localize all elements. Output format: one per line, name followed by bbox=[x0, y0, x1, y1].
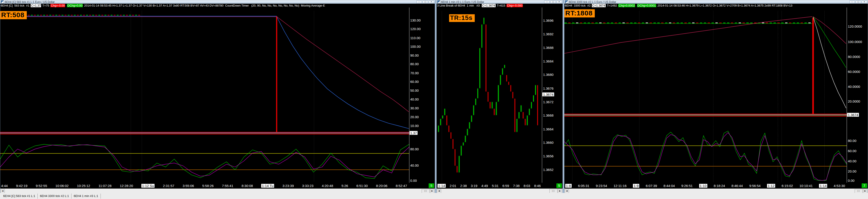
time-label: 4:53:30 bbox=[834, 184, 845, 188]
time-label: 4:20:48 bbox=[322, 184, 333, 188]
chart-scrollbar[interactable]: ◀ ||| ▶ bbox=[437, 189, 563, 193]
time-label: 8:18:24 bbox=[714, 184, 725, 188]
time-label: 3:33:23 bbox=[302, 184, 313, 188]
chart-area: 120.0000100.000080.000060.000040.000020.… bbox=[564, 7, 868, 183]
price-scale[interactable]: 1.36961.36921.36881.36841.36801.36761.36… bbox=[542, 7, 563, 183]
window-controls: — ▢ ✕ bbox=[544, 0, 562, 4]
time-label: 3:23:39 bbox=[282, 184, 294, 188]
time-label: 10:06:02 bbox=[55, 184, 68, 188]
time-label: 8:20:06 bbox=[376, 184, 388, 188]
price-scale-label: 1.3656 bbox=[543, 154, 554, 158]
data-field bbox=[635, 4, 637, 7]
mdi-tab-strip: 6EH4 [C] 583 tick #1 L:1 6EH4 3300 tick … bbox=[0, 193, 868, 199]
bars-remaining-box: 7 bbox=[862, 184, 867, 188]
chart-scrollbar[interactable]: ◀ ||| ▶ bbox=[564, 189, 868, 193]
price-chart-canvas[interactable] bbox=[0, 7, 409, 183]
price-scale-label: 1.3660 bbox=[543, 141, 554, 144]
data-field-boxed: DChg=0.0001 bbox=[637, 4, 656, 7]
price-scale-label: 100.0000 bbox=[848, 40, 862, 43]
data-field-boxed: C=1.37 bbox=[31, 4, 41, 7]
time-label: 10:25:12 bbox=[77, 184, 90, 188]
time-label: 8:52:47 bbox=[396, 184, 407, 188]
time-label: 5:58:26 bbox=[202, 184, 214, 188]
time-label: 6:05:31 bbox=[578, 184, 589, 188]
indicator-scale-label: 20.00 bbox=[848, 169, 857, 173]
price-scale[interactable]: 130.00120.00110.00100.0090.0080.0070.006… bbox=[409, 7, 435, 183]
price-chart-canvas[interactable] bbox=[437, 7, 542, 183]
window-titlebar[interactable]: 6EH4 1 min #3 L:1 Euro / US Dollar — ▢ ✕ bbox=[437, 0, 563, 4]
scroll-left-arrow[interactable]: ◀ bbox=[437, 189, 441, 193]
scroll-right-arrow[interactable]: ▶ bbox=[430, 189, 434, 193]
time-label: 9:52:55 bbox=[36, 184, 47, 188]
scroll-handle[interactable]: ||| bbox=[855, 189, 863, 193]
window-titlebar[interactable]: 6EH4 3300 tick #2 L:1 Euro / US Dollar —… bbox=[564, 0, 868, 4]
chart-window-583-tick: 6EH4 [C] 583 tick #1 L:1 Euro / US Dolla… bbox=[0, 0, 435, 193]
price-scale-label: 20.0000 bbox=[848, 99, 860, 103]
session-date-label: 1-14 bbox=[819, 184, 827, 188]
time-remaining-badge: TR:15s bbox=[449, 14, 475, 22]
minimize-button[interactable]: — bbox=[544, 0, 550, 4]
data-field-boxed: Chg=-0.00 bbox=[51, 4, 65, 7]
time-label: 6:51:30 bbox=[356, 184, 368, 188]
current-price-box: 1.3674 bbox=[542, 92, 554, 96]
price-scale-label: 100.00 bbox=[410, 45, 421, 48]
price-scale-label: 60.00 bbox=[410, 80, 419, 84]
time-label: 8:46 bbox=[534, 184, 541, 188]
price-scale[interactable]: 120.0000100.000080.000060.000040.000020.… bbox=[847, 7, 868, 183]
time-axis[interactable]: 1-86:05:319:23:5412:11:161-96:07:398:44:… bbox=[564, 183, 868, 189]
time-label: 6:15:02 bbox=[781, 184, 793, 188]
price-scale-label: 80.00 bbox=[410, 62, 419, 66]
price-scale-label: 1.3652 bbox=[543, 168, 554, 172]
session-date-label: 1-14 Tu bbox=[261, 184, 274, 188]
data-field-boxed: DChg=0.00 bbox=[67, 4, 83, 7]
scroll-right-arrow[interactable]: ▶ bbox=[558, 189, 562, 193]
time-label: 4:49 bbox=[481, 184, 488, 188]
indicator-scale-label: 40.00 bbox=[848, 159, 857, 163]
indicator-scale-label: 0.00 bbox=[410, 178, 417, 183]
data-field: T=1492 bbox=[606, 4, 618, 7]
minimize-button[interactable]: — bbox=[416, 0, 422, 4]
price-chart-canvas[interactable] bbox=[564, 7, 847, 183]
session-date-label: 1-10 bbox=[699, 184, 707, 188]
price-scale-label: 20.00 bbox=[410, 115, 419, 119]
minimize-button[interactable]: — bbox=[849, 0, 855, 4]
session-date-label: 1-12 Su bbox=[142, 184, 155, 188]
scroll-left-arrow[interactable]: ◀ bbox=[0, 189, 5, 193]
close-button[interactable]: ✕ bbox=[429, 0, 434, 4]
chart-scrollbar[interactable]: ◀ ||| ▶ bbox=[0, 189, 435, 193]
close-button[interactable]: ✕ bbox=[556, 0, 562, 4]
restore-button[interactable]: ▢ bbox=[856, 0, 861, 4]
chart-window-icon bbox=[565, 0, 568, 3]
time-axis[interactable]: 4:449:42:199:52:5510:06:0210:25:1211:07:… bbox=[0, 183, 435, 189]
window-controls: — ▢ ✕ bbox=[416, 0, 434, 4]
tab-583-tick-chart[interactable]: 6EH4 [C] 583 tick #1 L:1 bbox=[1, 194, 38, 199]
time-label: 7:55:41 bbox=[222, 184, 233, 188]
data-field: 2014-01-14 08:53:45 H=1.37 L=1.37 O=1.37… bbox=[83, 4, 326, 7]
data-field: T=615 bbox=[496, 4, 506, 7]
window-tabs: 6EH4 [C] 583 tick #1 L:1 6EH4 3300 tick … bbox=[1, 194, 101, 199]
tab-1min-chart[interactable]: 6EH4 1 min #3 L:1 bbox=[71, 194, 101, 199]
tab-3300-tick-chart[interactable]: 6EH4 3300 tick #2 L:1 bbox=[38, 194, 71, 199]
price-scale-label: 50.00 bbox=[410, 88, 419, 92]
price-scale-label: 40.00 bbox=[410, 97, 419, 101]
window-titlebar[interactable]: 6EH4 [C] 583 tick #1 L:1 Euro / US Dolla… bbox=[0, 0, 435, 4]
time-axis[interactable]: 1-142:012:383:194:495:316:597:388:038:46… bbox=[437, 183, 563, 189]
window-title: 6EH4 3300 tick #2 L:1 Euro / US Dollar bbox=[569, 0, 616, 4]
indicator-scale-label: 40.00 bbox=[410, 163, 419, 167]
time-label: 3:19 bbox=[471, 184, 477, 188]
price-scale-label: 1.3676 bbox=[543, 86, 554, 90]
restore-button[interactable]: ▢ bbox=[423, 0, 428, 4]
scroll-handle[interactable]: ||| bbox=[422, 189, 430, 193]
time-label: 3:55:06 bbox=[183, 184, 194, 188]
restore-button[interactable]: ▢ bbox=[550, 0, 556, 4]
time-label: 12:28:20 bbox=[120, 184, 133, 188]
scroll-left-arrow[interactable]: ◀ bbox=[565, 189, 569, 193]
data-field: 6EH4 [C] 583 tick #1 bbox=[0, 4, 31, 7]
price-scale-label: 80.0000 bbox=[848, 54, 860, 58]
scroll-handle[interactable]: ||| bbox=[549, 189, 558, 193]
close-button[interactable]: ✕ bbox=[862, 0, 867, 4]
price-scale-label: 1.3688 bbox=[543, 45, 554, 49]
realtime-counter-badge: RT:508 bbox=[0, 11, 27, 19]
realtime-counter-badge: RT:1808 bbox=[564, 9, 595, 17]
scroll-right-arrow[interactable]: ▶ bbox=[863, 189, 867, 193]
